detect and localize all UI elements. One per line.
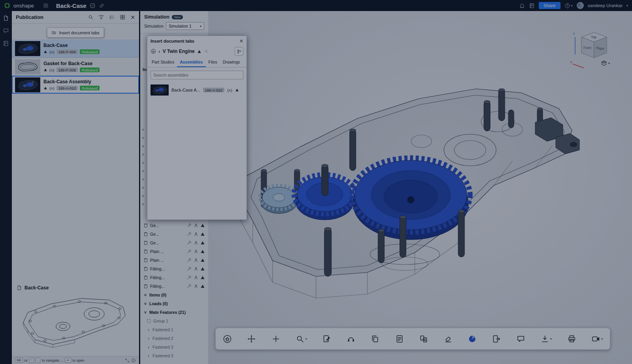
sim-part-row[interactable]: Fitting...: [140, 273, 208, 282]
analytics-button[interactable]: [468, 334, 477, 343]
close-panel-icon[interactable]: ✕: [130, 15, 135, 20]
sim-group-row[interactable]: Group 1: [140, 317, 208, 325]
main-menu-icon[interactable]: [43, 2, 49, 9]
notifications-icon[interactable]: [519, 3, 525, 9]
sim-part-row[interactable]: Fitting...: [140, 265, 208, 273]
document-notes-button[interactable]: [395, 334, 404, 343]
version-graph-button[interactable]: [235, 47, 243, 56]
sim-mate-row[interactable]: ›Fastened 3: [140, 351, 208, 360]
share-button[interactable]: Share: [539, 2, 561, 9]
help-menu[interactable]: ▾: [564, 3, 573, 9]
dialog-close-icon[interactable]: ✕: [239, 39, 243, 43]
insert-document-tabs-button[interactable]: Insert document tabs: [47, 28, 104, 38]
material-icon[interactable]: [187, 240, 192, 245]
home-icon[interactable]: [150, 49, 156, 54]
assembly-search-box[interactable]: [150, 71, 243, 79]
search-icon[interactable]: [204, 49, 209, 54]
material-icon[interactable]: [187, 223, 192, 228]
sim-mate-row[interactable]: ›Fastened 2: [140, 334, 208, 343]
connector-icon[interactable]: [194, 258, 198, 263]
material-icon[interactable]: [187, 249, 192, 254]
sim-mate-row[interactable]: ›Fastened 1: [140, 325, 208, 334]
chevron-down-icon[interactable]: ˅: [143, 301, 147, 306]
collapsed-row-chevron-icon[interactable]: ›: [142, 135, 144, 141]
release-management-icon[interactable]: [529, 3, 535, 9]
material-icon[interactable]: [187, 275, 192, 280]
collapsed-row-chevron-icon[interactable]: ›: [142, 127, 144, 132]
copy-button[interactable]: [371, 334, 380, 343]
collapsed-row-chevron-icon[interactable]: ›: [142, 169, 144, 174]
appearance-button[interactable]: [346, 334, 356, 343]
sim-section-row[interactable]: ˅Mate Features (21): [140, 308, 208, 317]
sim-part-row[interactable]: Plain ...: [140, 247, 208, 256]
connector-icon[interactable]: [194, 232, 198, 236]
notebook-panel-icon[interactable]: [3, 40, 9, 47]
zoom-button[interactable]: ▾: [295, 334, 307, 343]
move-button[interactable]: [247, 334, 256, 343]
collapsed-row-chevron-icon[interactable]: ›: [142, 160, 144, 165]
connector-icon[interactable]: [194, 275, 198, 280]
info-icon[interactable]: [131, 358, 136, 363]
dialog-tab-drawings[interactable]: Drawings: [220, 58, 243, 67]
publication-item-back-case-assembly[interactable]: Back-Case Assembly (A) 196-A-010 Release…: [12, 76, 139, 94]
export-button[interactable]: [492, 334, 501, 343]
pan-button[interactable]: [271, 334, 280, 343]
comments-panel-icon[interactable]: [3, 28, 9, 34]
connector-icon[interactable]: [194, 240, 198, 245]
collapsed-row-chevron-icon[interactable]: ›: [142, 202, 144, 207]
sim-section-row[interactable]: ˅Items (0): [140, 291, 208, 299]
grid-view-icon[interactable]: [120, 14, 126, 20]
material-icon[interactable]: [187, 232, 192, 236]
dialog-tab-part-studios[interactable]: Part Studios: [149, 58, 177, 67]
sim-part-row[interactable]: Ge...: [140, 221, 208, 230]
list-view-icon[interactable]: [109, 14, 115, 20]
filter-icon[interactable]: [98, 14, 104, 20]
dialog-tab-assemblies[interactable]: Assemblies: [177, 58, 205, 67]
sim-section-row[interactable]: ˅Loads (0): [140, 299, 208, 308]
collapsed-row-chevron-icon[interactable]: ›: [142, 152, 144, 157]
caret-down-icon[interactable]: ▾: [550, 337, 552, 341]
assembly-result-row[interactable]: Back-Case A... 196-A-010 (A): [147, 83, 246, 98]
connector-icon[interactable]: [194, 249, 198, 254]
simulation-dropdown[interactable]: Simulation 1 ▾: [166, 22, 204, 30]
publication-item-gasket[interactable]: Gasket for Back-Case (A) 196-P-005 Relea…: [12, 58, 139, 76]
sim-part-row[interactable]: Plain ...: [140, 256, 208, 265]
chevron-right-icon[interactable]: ›: [147, 353, 150, 358]
caret-down-icon[interactable]: ▾: [305, 337, 307, 341]
collapsed-row-chevron-icon[interactable]: ›: [142, 144, 144, 149]
sim-part-row[interactable]: Ge...: [140, 238, 208, 247]
cad-model[interactable]: [208, 11, 632, 364]
search-icon[interactable]: [88, 14, 94, 20]
collapsed-row-chevron-icon[interactable]: ›: [142, 185, 144, 190]
collapsed-row-chevron-icon[interactable]: ›: [142, 177, 144, 182]
connector-icon[interactable]: [194, 284, 198, 289]
fit-view-button[interactable]: [223, 334, 232, 343]
versions-icon[interactable]: [90, 3, 96, 9]
connector-icon[interactable]: [194, 223, 198, 228]
assembly-search-input[interactable]: [153, 73, 241, 77]
view-options-button[interactable]: ▾: [601, 60, 610, 66]
chevron-right-icon[interactable]: ›: [147, 345, 150, 349]
dialog-tab-files[interactable]: Files: [206, 58, 220, 67]
comment-button[interactable]: [516, 334, 525, 343]
erase-button[interactable]: [444, 334, 453, 343]
connector-icon[interactable]: [194, 266, 198, 271]
chevron-right-icon[interactable]: ›: [147, 336, 150, 341]
publication-item-back-case[interactable]: Back-Case (A) 196-P-006 Released: [12, 39, 139, 58]
avatar[interactable]: [577, 2, 584, 9]
download-button[interactable]: ▾: [540, 334, 552, 343]
back-chevron-icon[interactable]: ‹: [158, 49, 160, 54]
viewport[interactable]: z x Top Front Right ▾: [208, 11, 632, 364]
sim-mate-row[interactable]: ›Fastened 3: [140, 343, 208, 351]
material-icon[interactable]: [187, 284, 192, 289]
paste-button[interactable]: [419, 334, 428, 343]
user-menu-caret-icon[interactable]: ▾: [626, 4, 628, 8]
chevron-right-icon[interactable]: ›: [147, 327, 150, 332]
material-icon[interactable]: [187, 266, 192, 271]
collapsed-row-chevron-icon[interactable]: ›: [142, 193, 144, 199]
share-link-icon[interactable]: [99, 3, 105, 9]
chevron-down-icon[interactable]: ˅: [143, 310, 147, 315]
print-button[interactable]: [567, 334, 576, 343]
sim-part-row[interactable]: Ge...: [140, 230, 208, 238]
edit-document-button[interactable]: [322, 334, 331, 343]
